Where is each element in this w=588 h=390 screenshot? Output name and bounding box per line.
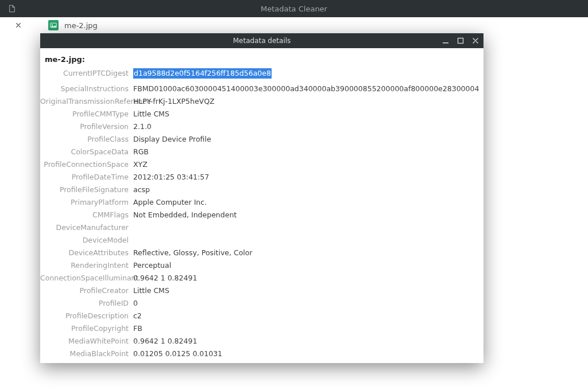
metadata-details-dialog: Metadata details me-2.jpg: CurrentIPTCDi… <box>40 33 483 363</box>
metadata-label: CurrentIPTCDigest <box>40 68 131 79</box>
metadata-row: ProfileCreatorLittle CMS <box>40 284 483 297</box>
metadata-label: ProfileDateTime <box>40 172 131 182</box>
metadata-value[interactable]: 0.43607 0.22249 0.01392 <box>131 361 479 363</box>
metadata-label: OriginalTransmissionReference <box>40 96 131 107</box>
minimize-button[interactable] <box>441 36 450 45</box>
close-button[interactable] <box>471 36 480 45</box>
metadata-label: DeviceModel <box>40 235 131 245</box>
metadata-row: ProfileDescriptionc2 <box>40 310 483 322</box>
metadata-row: ColorSpaceDataRGB <box>40 146 483 158</box>
dialog-titlebar[interactable]: Metadata details <box>40 33 483 48</box>
dialog-body: me-2.jpg: CurrentIPTCDigestd1a9588d2e0f5… <box>40 48 483 363</box>
metadata-value[interactable]: d1a9588d2e0f5164f256ff185d56a0e8 <box>133 68 272 79</box>
metadata-row: SpecialInstructionsFBMD01000ac6030000451… <box>40 83 483 95</box>
file-heading: me-2.jpg: <box>40 53 483 67</box>
document-icon[interactable] <box>8 5 16 13</box>
metadata-row: ProfileClassDisplay Device Profile <box>40 133 483 146</box>
metadata-row: PrimaryPlatformApple Computer Inc. <box>40 196 483 209</box>
metadata-label: ConnectionSpaceIlluminant <box>40 273 131 283</box>
metadata-label: RenderingIntent <box>40 260 131 271</box>
metadata-value[interactable]: Little CMS <box>131 109 479 119</box>
metadata-value[interactable]: RGB <box>131 147 479 157</box>
metadata-value[interactable]: 0.9642 1 0.82491 <box>131 273 479 283</box>
metadata-value[interactable]: Not Embedded, Independent <box>131 210 479 220</box>
metadata-label: ProfileConnectionSpace <box>40 159 131 170</box>
metadata-value[interactable]: FBMD01000ac6030000451400003e300000ad3400… <box>131 84 479 94</box>
metadata-label: ProfileID <box>40 298 131 309</box>
metadata-row: MediaBlackPoint0.01205 0.0125 0.01031 <box>40 348 483 360</box>
metadata-label: DeviceAttributes <box>40 248 131 258</box>
metadata-row: MediaWhitePoint0.9642 1 0.82491 <box>40 335 483 348</box>
metadata-row: ProfileID0 <box>40 297 483 310</box>
metadata-value[interactable]: Little CMS <box>131 286 479 296</box>
metadata-label: ProfileCopyright <box>40 323 131 334</box>
metadata-value[interactable]: 0.01205 0.0125 0.01031 <box>131 349 479 359</box>
metadata-row: DeviceModel <box>40 234 483 247</box>
metadata-row: CMMFlagsNot Embedded, Independent <box>40 209 483 221</box>
metadata-row: ProfileConnectionSpaceXYZ <box>40 158 483 171</box>
metadata-label: DeviceManufacturer <box>40 223 131 233</box>
metadata-label: ProfileDescription <box>40 311 131 321</box>
metadata-label: ProfileClass <box>40 134 131 145</box>
metadata-value[interactable]: FB <box>131 323 479 334</box>
image-icon <box>48 20 59 30</box>
metadata-row: ConnectionSpaceIlluminant0.9642 1 0.8249… <box>40 272 483 284</box>
metadata-row: RedMatrixColumn0.43607 0.22249 0.01392 <box>40 360 483 363</box>
svg-rect-2 <box>443 42 448 44</box>
metadata-row: CurrentIPTCDigestd1a9588d2e0f5164f256ff1… <box>40 67 483 83</box>
metadata-label: PrimaryPlatform <box>40 197 131 208</box>
svg-rect-3 <box>458 38 463 44</box>
metadata-label: ColorSpaceData <box>40 147 131 157</box>
metadata-label: MediaWhitePoint <box>40 336 131 346</box>
maximize-button[interactable] <box>456 36 465 45</box>
metadata-label: ProfileCMMType <box>40 109 131 119</box>
tab-row: me-2.jpg <box>0 17 588 33</box>
metadata-row: ProfileVersion2.1.0 <box>40 120 483 133</box>
metadata-row: OriginalTransmissionReferenceHLPY-frKj-1… <box>40 95 483 108</box>
metadata-value[interactable]: acsp <box>131 185 479 195</box>
metadata-row: ProfileDateTime2012:01:25 03:41:57 <box>40 171 483 184</box>
metadata-label: RedMatrixColumn <box>40 361 131 363</box>
app-toolbar: Metadata Cleaner <box>0 0 588 17</box>
metadata-row: RenderingIntentPerceptual <box>40 259 483 272</box>
metadata-value[interactable]: Apple Computer Inc. <box>131 197 479 208</box>
dialog-title: Metadata details <box>40 37 483 45</box>
metadata-label: CMMFlags <box>40 210 131 220</box>
metadata-value[interactable]: Reflective, Glossy, Positive, Color <box>131 248 479 258</box>
metadata-row: DeviceManufacturer <box>40 221 483 234</box>
app-title: Metadata Cleaner <box>0 5 588 13</box>
metadata-row: DeviceAttributesReflective, Glossy, Posi… <box>40 247 483 259</box>
metadata-value[interactable]: c2 <box>131 311 479 321</box>
metadata-value[interactable]: Display Device Profile <box>131 134 479 145</box>
svg-point-1 <box>52 24 53 25</box>
metadata-value[interactable]: HLPY-frKj-1LXP5heVQZ <box>131 96 479 107</box>
metadata-row: ProfileCopyrightFB <box>40 322 483 335</box>
metadata-row: ProfileFileSignatureacsp <box>40 184 483 196</box>
metadata-label: MediaBlackPoint <box>40 349 131 359</box>
metadata-value[interactable]: 2012:01:25 03:41:57 <box>131 172 479 182</box>
metadata-value[interactable]: Perceptual <box>131 260 479 271</box>
metadata-value[interactable]: XYZ <box>131 159 479 170</box>
metadata-label: ProfileVersion <box>40 122 131 132</box>
metadata-value[interactable]: 0.9642 1 0.82491 <box>131 336 479 346</box>
tab-label[interactable]: me-2.jpg <box>64 21 98 30</box>
metadata-label: SpecialInstructions <box>40 84 131 94</box>
metadata-value[interactable]: 2.1.0 <box>131 122 479 132</box>
metadata-label: ProfileFileSignature <box>40 185 131 195</box>
metadata-value[interactable]: 0 <box>131 298 479 309</box>
metadata-label: ProfileCreator <box>40 286 131 296</box>
close-tab-button[interactable] <box>14 21 23 30</box>
metadata-row: ProfileCMMTypeLittle CMS <box>40 108 483 120</box>
